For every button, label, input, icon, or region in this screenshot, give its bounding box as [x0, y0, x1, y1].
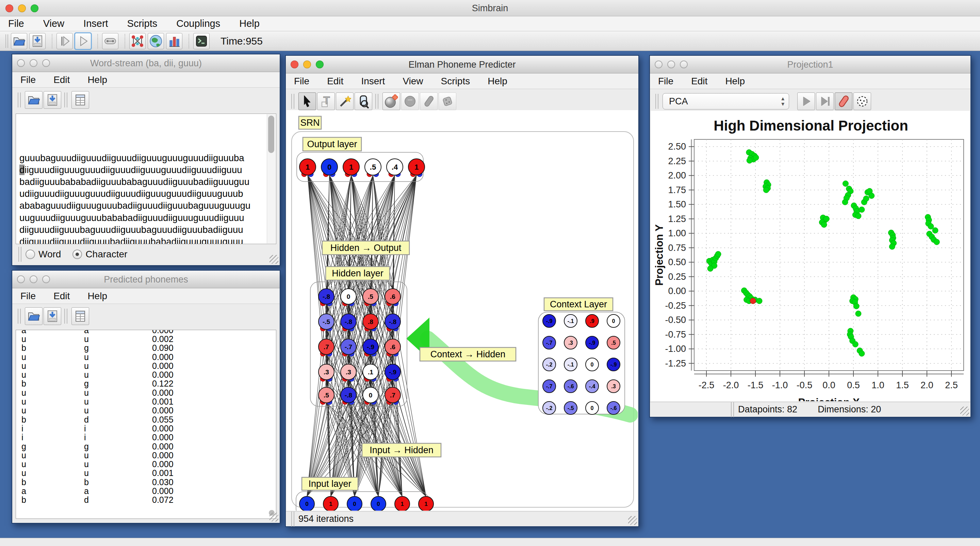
- menu-file[interactable]: File: [21, 75, 36, 85]
- toolbar-handle[interactable]: [731, 402, 734, 417]
- menu-edit[interactable]: Edit: [53, 75, 70, 85]
- data-point[interactable]: [763, 187, 769, 193]
- data-point[interactable]: [863, 196, 869, 202]
- table-row[interactable]: uu0.000: [16, 451, 276, 460]
- data-point[interactable]: [824, 216, 829, 222]
- word-stream-titlebar[interactable]: Word-stream (ba, dii, guuu): [12, 54, 280, 72]
- phonemes-table[interactable]: aa0.000uu0.002bg0.090uu0.000uu0.000uu0.0…: [16, 330, 276, 519]
- menu-edit[interactable]: Edit: [53, 290, 70, 302]
- save-button[interactable]: [29, 33, 46, 49]
- zoom-tool-button[interactable]: [355, 92, 372, 110]
- world-button[interactable]: [148, 33, 164, 49]
- proj-step-button[interactable]: [816, 92, 834, 110]
- data-point[interactable]: [856, 213, 861, 219]
- data-point[interactable]: [853, 341, 858, 347]
- resize-grip[interactable]: [960, 406, 969, 416]
- menu-scripts[interactable]: Scripts: [441, 76, 470, 87]
- data-point[interactable]: [746, 158, 752, 163]
- network-button[interactable]: [129, 33, 146, 49]
- menu-file[interactable]: File: [294, 76, 309, 87]
- menu-edit[interactable]: Edit: [691, 76, 708, 87]
- proj-options-button[interactable]: [853, 92, 871, 110]
- menu-couplings[interactable]: Couplings: [176, 18, 220, 29]
- table-row[interactable]: uu0.000: [16, 388, 276, 397]
- data-point[interactable]: [934, 239, 940, 245]
- resize-grip[interactable]: [269, 255, 278, 264]
- save-button[interactable]: [43, 91, 61, 109]
- scrollbar-thumb[interactable]: [268, 116, 274, 153]
- table-row[interactable]: uu0.000: [16, 352, 276, 361]
- table-row[interactable]: bg0.122: [16, 379, 276, 388]
- table-row[interactable]: uu0.000: [16, 460, 276, 468]
- data-point[interactable]: [715, 251, 721, 257]
- table-row[interactable]: bg0.090: [16, 344, 276, 352]
- table-row[interactable]: ii0.000: [16, 424, 276, 433]
- coupling-button[interactable]: [102, 33, 118, 49]
- data-point[interactable]: [853, 303, 859, 309]
- data-point[interactable]: [859, 207, 865, 213]
- word-stream-text[interactable]: guuubaguuudiiguuudiiguuudiiguuuguuuguuud…: [16, 114, 276, 244]
- data-point[interactable]: [821, 222, 827, 227]
- table-row[interactable]: bd0.072: [16, 496, 276, 505]
- phonemes-titlebar[interactable]: Predicted phonemes: [12, 271, 280, 288]
- data-point[interactable]: [708, 265, 713, 271]
- data-point[interactable]: [889, 244, 895, 249]
- menu-insert[interactable]: Insert: [361, 76, 385, 87]
- menu-view[interactable]: View: [402, 76, 423, 87]
- toolbar-handle[interactable]: [655, 94, 659, 109]
- menu-file[interactable]: File: [658, 76, 673, 87]
- table-row[interactable]: gg0.000: [16, 442, 276, 451]
- menu-insert[interactable]: Insert: [83, 18, 108, 29]
- gray-polygon-button[interactable]: [439, 92, 456, 110]
- elman-titlebar[interactable]: Elman Phoneme Predicter: [286, 56, 638, 73]
- data-point[interactable]: [843, 181, 848, 187]
- add-neuron-button[interactable]: [382, 92, 400, 110]
- menu-view[interactable]: View: [43, 18, 64, 29]
- data-point[interactable]: [932, 227, 938, 233]
- gray-eraser-button[interactable]: [420, 92, 438, 110]
- step-button[interactable]: [56, 33, 73, 49]
- play-button[interactable]: [75, 33, 91, 49]
- table-row[interactable]: uu0.000: [16, 406, 276, 415]
- data-point[interactable]: [859, 351, 865, 356]
- highlighted-data-point[interactable]: [750, 298, 756, 304]
- proj-eraser-button[interactable]: [835, 92, 853, 110]
- text-tool-button[interactable]: T: [317, 92, 335, 110]
- gray-neuron-button[interactable]: [401, 92, 419, 110]
- data-point[interactable]: [856, 311, 861, 316]
- table-row[interactable]: bd0.055: [16, 415, 276, 424]
- menu-file[interactable]: File: [21, 290, 36, 302]
- menu-help[interactable]: Help: [88, 75, 107, 85]
- table-row[interactable]: ii0.000: [16, 433, 276, 442]
- data-point[interactable]: [869, 193, 875, 198]
- toolbar-handle[interactable]: [291, 512, 294, 527]
- proj-play-button[interactable]: [797, 92, 815, 110]
- radio-character[interactable]: [73, 249, 82, 259]
- table-row[interactable]: aa0.000: [16, 487, 276, 495]
- mac-titlebar[interactable]: Simbrain: [0, 0, 980, 16]
- table-row[interactable]: uu0.001: [16, 397, 276, 406]
- table-row[interactable]: uu0.002: [16, 335, 276, 343]
- save-button[interactable]: [43, 307, 61, 325]
- menu-help[interactable]: Help: [725, 76, 745, 87]
- menu-scripts[interactable]: Scripts: [127, 18, 158, 29]
- arrow-tool-button[interactable]: [298, 92, 316, 110]
- table-row[interactable]: uu0.000: [16, 361, 276, 370]
- menu-help[interactable]: Help: [488, 76, 508, 87]
- scrollbar[interactable]: [267, 114, 275, 243]
- radio-word[interactable]: [25, 249, 35, 259]
- table-button[interactable]: [72, 91, 89, 109]
- data-point[interactable]: [753, 155, 759, 160]
- barchart-button[interactable]: [166, 33, 182, 49]
- menu-help[interactable]: Help: [239, 18, 259, 29]
- projection-titlebar[interactable]: Projection1: [650, 56, 970, 73]
- open-folder-button[interactable]: [25, 91, 43, 109]
- data-point[interactable]: [842, 199, 848, 205]
- resize-grip[interactable]: [628, 516, 637, 525]
- table-row[interactable]: uu0.000: [16, 370, 276, 379]
- wand-tool-button[interactable]: [336, 92, 353, 110]
- data-point[interactable]: [928, 223, 934, 229]
- projection-chart[interactable]: High Dimensional Projection2.502.252.001…: [651, 111, 970, 401]
- menu-help[interactable]: Help: [88, 290, 107, 302]
- projection-method-select[interactable]: PCA ▲▼: [662, 93, 789, 110]
